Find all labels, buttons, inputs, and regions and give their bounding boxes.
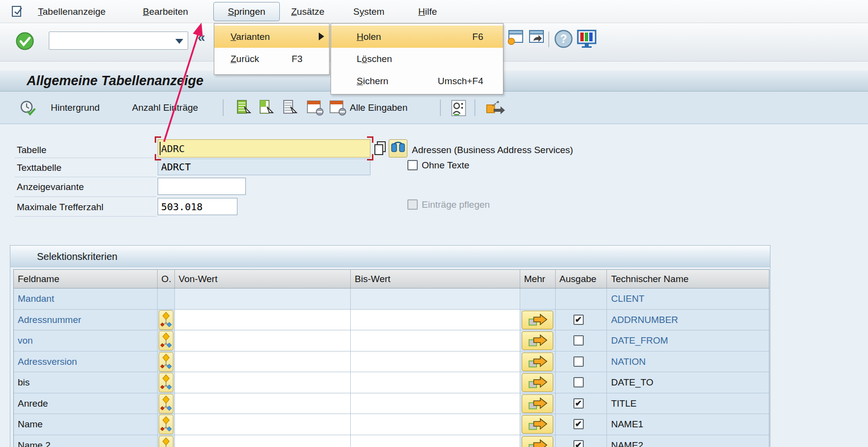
ohne-texte-checkbox[interactable] [407, 160, 418, 170]
von-wert-input[interactable] [175, 436, 351, 447]
selection-options-icon[interactable] [159, 394, 173, 414]
output-checkbox[interactable]: ✔ [573, 419, 584, 429]
search-help-button[interactable] [389, 139, 407, 158]
table-row-title: Anrede✔TITLE [14, 393, 769, 415]
menu-item-system[interactable]: System [353, 0, 384, 23]
select-all-icon[interactable] [236, 100, 253, 116]
hintergrund-button[interactable]: Hintergrund [51, 92, 100, 124]
von-wert-input[interactable] [175, 331, 351, 350]
output-checkbox[interactable]: ✔ [573, 440, 584, 447]
field-name: bis [14, 372, 157, 392]
bis-wert-input[interactable] [351, 373, 520, 392]
command-field[interactable] [49, 32, 188, 50]
more-selection-icon[interactable] [522, 352, 553, 371]
more-selection-icon[interactable] [522, 394, 553, 413]
export-icon[interactable] [486, 100, 505, 117]
submenu-arrow-icon [319, 32, 324, 40]
selection-options-icon[interactable] [159, 373, 173, 392]
alle-eingaben-button[interactable]: Alle Eingaben [350, 92, 407, 124]
column-header-ausgabe: Ausgabe [556, 270, 607, 288]
field-name: Adressversion [14, 351, 157, 372]
von-wert-input[interactable] [175, 394, 351, 413]
deselect-all-icon[interactable] [283, 100, 300, 116]
anzeigevariante-input[interactable] [158, 178, 246, 195]
output-checkbox[interactable] [573, 377, 584, 387]
tabelle-input[interactable] [158, 139, 370, 158]
appbar-divider [440, 99, 441, 116]
menu-item-tabellenanzeige[interactable]: Tabellenanzeige [38, 0, 105, 23]
technical-name: NATION [607, 351, 769, 372]
selection-options-icon[interactable] [159, 415, 173, 434]
technical-name: DATE_FROM [607, 330, 769, 351]
new-session-icon[interactable] [507, 30, 524, 45]
user-parameters-icon[interactable] [451, 100, 466, 117]
text-cursor [160, 142, 161, 155]
menu-shortcut: F3 [292, 48, 302, 70]
von-wert-input[interactable] [175, 352, 351, 371]
menu-item-varianten[interactable]: Varianten [214, 26, 329, 48]
anzahl-eintraege-button[interactable]: Anzahl Einträge [132, 92, 198, 124]
menu-item-hilfe[interactable]: Hilfe [418, 0, 437, 23]
bis-wert-input[interactable] [351, 310, 520, 329]
enter-check-icon[interactable] [16, 32, 34, 50]
more-selection-icon[interactable] [522, 436, 553, 447]
bis-wert-input[interactable] [351, 415, 520, 434]
selection-options-icon[interactable] [159, 352, 173, 372]
von-wert-input[interactable] [175, 373, 351, 392]
page-title: Allgemeine Tabellenanzeige [27, 70, 203, 91]
gui-settings-icon[interactable] [576, 30, 597, 48]
application-toolbar: Hintergrund Anzahl Einträge [0, 92, 868, 124]
field-name: Anrede [14, 393, 157, 414]
menu-item-zur-ck[interactable]: ZurückF3 [214, 48, 329, 70]
menu-item-holen[interactable]: HolenF6 [331, 26, 503, 48]
copy-windows-icon[interactable] [373, 140, 388, 157]
command-dropdown-icon[interactable] [175, 39, 183, 44]
selection-criteria-table: FeldnameO.Von-WertBis-WertMehrAusgabeTec… [13, 269, 769, 447]
menu-item-bearbeiten[interactable]: Bearbeiten [143, 0, 188, 23]
more-selection-icon[interactable] [522, 311, 553, 329]
svg-text:?: ? [560, 32, 567, 45]
help-icon[interactable]: ? [554, 30, 573, 48]
more-selection-icon[interactable] [522, 373, 553, 392]
technical-name: NAME1 [607, 414, 769, 434]
selection-options-icon[interactable] [159, 331, 173, 351]
menu-item-zus-tze[interactable]: Zusätze [291, 0, 325, 23]
texttabelle-input[interactable] [158, 159, 370, 175]
column-header-bis-wert: Bis-Wert [351, 270, 520, 288]
command-input[interactable] [51, 33, 172, 48]
bis-wert-input[interactable] [351, 436, 520, 447]
collapse-toolbar-icon[interactable]: « [198, 30, 205, 45]
field-name: Name [14, 414, 157, 434]
von-wert-input[interactable] [175, 415, 351, 434]
bis-wert-input[interactable] [351, 352, 520, 371]
output-checkbox[interactable] [573, 335, 584, 346]
more-selection-icon[interactable] [522, 415, 553, 434]
document-edit-icon[interactable] [12, 5, 25, 17]
bis-wert-input[interactable] [351, 394, 520, 413]
menu-shortcut: F6 [472, 26, 483, 48]
max-trefferzahl-input[interactable] [158, 198, 237, 215]
delete-selection-icon[interactable] [306, 100, 324, 116]
column-header-o-: O. [158, 270, 175, 288]
eintraege-pflegen-checkbox[interactable] [407, 199, 418, 210]
execute-clock-icon[interactable] [20, 100, 35, 116]
output-checkbox[interactable]: ✔ [573, 398, 584, 409]
output-checkbox[interactable]: ✔ [573, 315, 584, 325]
von-wert-input[interactable] [175, 310, 351, 329]
toolbar-divider [548, 32, 549, 47]
more-selection-icon[interactable] [522, 331, 553, 350]
column-header-technischer-name: Technischer Name [607, 270, 769, 288]
delete-all-inputs-icon[interactable] [329, 100, 347, 116]
menu-item-springen[interactable]: Springen [213, 2, 280, 21]
column-header-mehr: Mehr [520, 270, 556, 288]
technical-name: CLIENT [607, 288, 769, 309]
table-row-client: MandantCLIENT [14, 288, 769, 310]
select-block-icon[interactable] [259, 100, 276, 116]
selection-options-icon[interactable] [159, 310, 173, 330]
selection-options-icon[interactable] [159, 436, 173, 447]
output-checkbox[interactable] [573, 356, 584, 367]
shortcut-icon[interactable] [528, 30, 545, 45]
menu-item-sichern[interactable]: SichernUmsch+F4 [331, 70, 503, 92]
bis-wert-input[interactable] [351, 331, 520, 350]
menu-item-l-schen[interactable]: Löschen [331, 48, 503, 70]
